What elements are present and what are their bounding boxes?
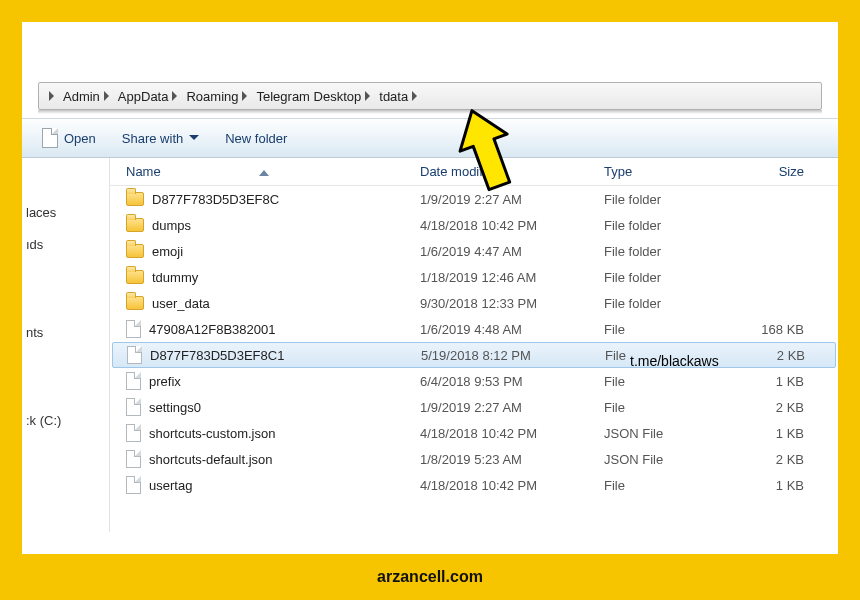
file-name: D877F783D5D3EF8C [152,192,279,207]
breadcrumb-label: Roaming [186,89,238,104]
file-type: File [604,478,734,493]
breadcrumb-label: Telegram Desktop [256,89,361,104]
file-name: D877F783D5D3EF8C1 [150,348,284,363]
sort-asc-icon [259,164,269,179]
table-row[interactable]: tdummy1/18/2019 12:46 AMFile folder [110,264,838,290]
table-row[interactable]: 47908A12F8B3820011/6/2019 4:48 AMFile168… [110,316,838,342]
column-type[interactable]: Type [604,164,734,179]
table-row[interactable]: shortcuts-custom.json4/18/2018 10:42 PMJ… [110,420,838,446]
chevron-right-icon [49,91,55,101]
file-icon [126,476,141,494]
file-name: usertag [149,478,192,493]
file-icon [126,320,141,338]
toolbar: Open Share with New folder [22,118,838,158]
chevron-right-icon [242,91,248,101]
file-name: emoji [152,244,183,259]
share-with-button[interactable]: Share with [122,131,199,146]
breadcrumb-label: Admin [63,89,100,104]
file-icon [126,372,141,390]
column-date[interactable]: Date modified [420,164,604,179]
file-name: settings0 [149,400,201,415]
breadcrumb-segment[interactable]: Telegram Desktop [254,89,377,104]
chevron-right-icon [104,91,110,101]
open-label: Open [64,131,96,146]
table-row[interactable]: D877F783D5D3EF8C15/19/2018 8:12 PMFile2 … [112,342,836,368]
breadcrumb-label: tdata [379,89,408,104]
file-type: File [604,400,734,415]
table-row[interactable]: settings01/9/2019 2:27 AMFile2 KB [110,394,838,420]
file-type: File folder [604,218,734,233]
file-date: 1/6/2019 4:48 AM [420,322,604,337]
column-size-label: Size [779,164,804,179]
file-name: prefix [149,374,181,389]
address-bar[interactable]: AdminAppDataRoamingTelegram Desktoptdata [22,82,838,112]
chevron-right-icon [365,91,371,101]
breadcrumb-segment[interactable]: Roaming [184,89,254,104]
nav-item[interactable]: :k (C:) [22,406,109,434]
nav-item[interactable]: ıds [22,230,109,258]
file-icon [42,128,58,148]
nav-item[interactable]: laces [22,198,109,226]
breadcrumb-label: AppData [118,89,169,104]
breadcrumb-segment[interactable]: tdata [377,89,424,104]
folder-icon [126,270,144,284]
new-folder-label: New folder [225,131,287,146]
folder-icon [126,296,144,310]
folder-icon [126,244,144,258]
file-icon [126,424,141,442]
file-size: 1 KB [734,426,834,441]
file-type: File folder [604,192,734,207]
breadcrumb-segment[interactable]: Admin [61,89,116,104]
explorer-body: lacesıdsnts:k (C:) Name Date modified Ty… [22,158,838,532]
nav-item[interactable]: nts [22,318,109,346]
file-date: 1/9/2019 2:27 AM [420,192,604,207]
column-date-label: Date modified [420,164,500,179]
file-date: 9/30/2018 12:33 PM [420,296,604,311]
file-type: File [604,374,734,389]
nav-pane[interactable]: lacesıdsnts:k (C:) [22,158,110,532]
file-name: shortcuts-custom.json [149,426,275,441]
file-name: shortcuts-default.json [149,452,273,467]
file-date: 1/8/2019 5:23 AM [420,452,604,467]
new-folder-button[interactable]: New folder [225,131,287,146]
file-size: 1 KB [734,374,834,389]
chevron-right-icon [412,91,418,101]
file-name: 47908A12F8B382001 [149,322,276,337]
table-row[interactable]: prefix6/4/2018 9:53 PMFile1 KB [110,368,838,394]
file-date: 5/19/2018 8:12 PM [421,348,605,363]
table-row[interactable]: user_data9/30/2018 12:33 PMFile folder [110,290,838,316]
file-date: 1/6/2019 4:47 AM [420,244,604,259]
chevron-down-icon [189,135,199,141]
file-date: 4/18/2018 10:42 PM [420,478,604,493]
folder-icon [126,192,144,206]
table-row[interactable]: usertag4/18/2018 10:42 PMFile1 KB [110,472,838,498]
file-date: 4/18/2018 10:42 PM [420,218,604,233]
address-bar-shadow [38,110,822,114]
folder-icon [126,218,144,232]
file-type: JSON File [604,426,734,441]
column-name[interactable]: Name [126,164,420,179]
chevron-right-icon [172,91,178,101]
table-row[interactable]: emoji1/6/2019 4:47 AMFile folder [110,238,838,264]
watermark-text: arzancell.com [377,568,483,586]
column-headers[interactable]: Name Date modified Type Size [110,158,838,186]
share-with-label: Share with [122,131,183,146]
table-row[interactable]: shortcuts-default.json1/8/2019 5:23 AMJS… [110,446,838,472]
column-type-label: Type [604,164,632,179]
file-list: Name Date modified Type Size [110,158,838,532]
file-name: dumps [152,218,191,233]
file-size: 2 KB [735,348,835,363]
file-type: File folder [604,296,734,311]
file-name: user_data [152,296,210,311]
file-size: 168 KB [734,322,834,337]
file-date: 1/9/2019 2:27 AM [420,400,604,415]
file-type: File [604,322,734,337]
column-size[interactable]: Size [734,164,834,179]
table-row[interactable]: dumps4/18/2018 10:42 PMFile folder [110,212,838,238]
table-row[interactable]: D877F783D5D3EF8C1/9/2019 2:27 AMFile fol… [110,186,838,212]
file-type: File folder [604,244,734,259]
breadcrumb-segment[interactable]: AppData [116,89,185,104]
open-button[interactable]: Open [42,128,96,148]
file-date: 1/18/2019 12:46 AM [420,270,604,285]
file-type: JSON File [604,452,734,467]
